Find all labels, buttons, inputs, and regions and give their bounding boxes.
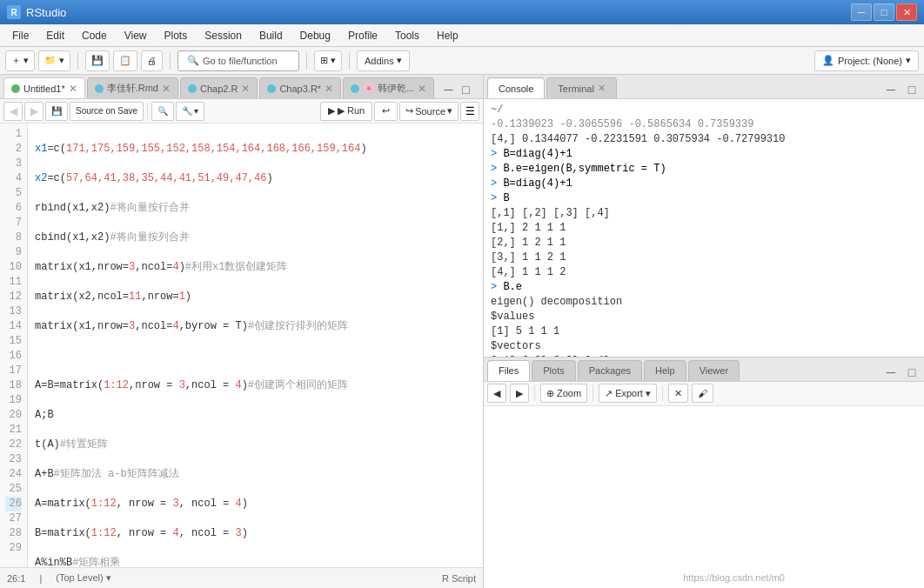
files-maximize-btn[interactable]: □ [903, 364, 921, 381]
console-out-vectors-label: $vectors [491, 339, 917, 354]
menu-item-help[interactable]: Help [428, 27, 467, 44]
nav-forward-btn[interactable]: ▶ [24, 102, 44, 121]
main-toolbar: ＋ ▾ 📁 ▾ 💾 📋 🖨 🔍 Go to file/function ⊞ ▾ … [0, 47, 924, 75]
project-button[interactable]: 👤 Project: (None) ▾ [814, 50, 919, 71]
title-bar-left: R RStudio [7, 5, 66, 19]
tab-lijianrmd[interactable]: 李佳轩.Rmd ✕ [87, 77, 178, 98]
console-out-matrix-r4: [4,] 1 1 1 2 [491, 265, 917, 280]
zoom-label: Zoom [557, 388, 581, 398]
tab-terminal[interactable]: Terminal ✕ [546, 77, 617, 98]
tab-viewer[interactable]: Viewer [688, 360, 740, 381]
tab-cuiyue[interactable]: 🌸 韩伊乾... ✕ [343, 77, 434, 98]
code-line-15: A%in%B#矩阵相乘 [35, 556, 476, 567]
save-all-button[interactable]: 📋 [113, 50, 137, 71]
run-btn[interactable]: ▶ ▶ Run [320, 102, 372, 121]
console-maximize-btn[interactable]: □ [903, 81, 921, 98]
menu-item-session[interactable]: Session [196, 27, 251, 44]
tab-close-cuiyue[interactable]: ✕ [418, 83, 426, 95]
tab-close-chap2r[interactable]: ✕ [241, 83, 250, 95]
prompt-cmd-3: B=diag(4)+1 [503, 177, 572, 190]
code-editor[interactable]: 1 2 3 4 5 6 7 8 9 10 11 12 13 14 15 16 1… [0, 124, 483, 567]
project-icon: 👤 [822, 55, 834, 66]
clear-btn[interactable]: ✕ [668, 384, 688, 403]
maximize-button[interactable]: □ [874, 3, 894, 21]
menu-item-debug[interactable]: Debug [291, 27, 339, 44]
search-btn[interactable]: 🔍 [151, 102, 174, 121]
editor-toolbar: ◀ ▶ 💾 Source on Save 🔍 🔧 ▾ ▶ ▶ Run [0, 99, 483, 124]
rerun-icon: ↩ [382, 105, 390, 117]
console-minimize-btn[interactable]: ─ [882, 81, 900, 98]
files-forward-btn[interactable]: ▶ [510, 384, 529, 403]
tab-close-lijianrmd[interactable]: ✕ [162, 83, 171, 95]
export-btn[interactable]: ↗ Export ▾ [599, 384, 657, 403]
tab-chap3r[interactable]: Chap3.R* ✕ [259, 77, 341, 98]
console-content[interactable]: ~/ -0.1339023 -0.3065596 -0.5865634 0.73… [484, 99, 924, 357]
console-out-eigen: eigen() decomposition [491, 295, 917, 310]
menu-item-view[interactable]: View [116, 27, 156, 44]
open-file-button[interactable]: 📁 ▾ [38, 50, 70, 71]
files-back-btn[interactable]: ◀ [487, 384, 506, 403]
tab-close-chap3r[interactable]: ✕ [325, 83, 333, 95]
tab-untitled1[interactable]: Untitled1* ✕ [3, 77, 85, 98]
search-replace-btn[interactable]: 🔧 ▾ [176, 102, 204, 121]
forward-icon: ▶ [516, 388, 523, 399]
goto-file-button[interactable]: 🔍 Go to file/function [177, 50, 299, 71]
menu-bar: FileEditCodeViewPlotsSessionBuildDebugPr… [0, 24, 924, 47]
line-num-21: 21 [5, 423, 22, 438]
close-button[interactable]: ✕ [896, 3, 917, 21]
tab-help[interactable]: Help [644, 360, 686, 381]
tab-close-untitled1[interactable]: ✕ [69, 83, 77, 95]
menu-item-build[interactable]: Build [251, 27, 291, 44]
brush-btn[interactable]: 🖌 [692, 384, 713, 403]
export-label: Export [615, 388, 643, 398]
menu-item-file[interactable]: File [3, 27, 37, 44]
menu-item-code[interactable]: Code [73, 27, 116, 44]
project-dropdown-icon: ▾ [906, 55, 911, 66]
terminal-close-icon[interactable]: ✕ [598, 83, 606, 94]
menu-item-tools[interactable]: Tools [386, 27, 428, 44]
tab-label-untitled1: Untitled1* [23, 84, 65, 94]
new-dropdown-icon: ▾ [23, 55, 29, 66]
code-line-12: A+B#矩阵加法 a-b矩阵阵减法 [35, 467, 476, 482]
code-content[interactable]: x1=c(171,175,159,155,152,158,154,164,168… [28, 124, 483, 567]
menu-item-plots[interactable]: Plots [156, 27, 197, 44]
line-num-28: 28 [5, 526, 22, 541]
tab-plots[interactable]: Plots [532, 360, 575, 381]
help-tab-label: Help [655, 365, 675, 376]
menu-item-profile[interactable]: Profile [339, 27, 386, 44]
addins-button[interactable]: Addins ▾ [357, 50, 410, 71]
minimize-button[interactable]: ─ [851, 3, 872, 21]
goto-file-icon: 🔍 [187, 55, 199, 66]
editor-save-btn[interactable]: 💾 [45, 102, 68, 121]
grid-dropdown-icon: ▾ [331, 55, 336, 66]
clear-icon: ✕ [674, 388, 682, 399]
files-minimize-btn[interactable]: ─ [882, 364, 900, 381]
toolbar-sep-3 [306, 52, 307, 70]
toolbar-sep-2 [170, 52, 171, 70]
menu-btn[interactable]: ☰ [460, 102, 479, 121]
line-num-29: 29 [5, 541, 22, 556]
zoom-btn[interactable]: ⊕ Zoom [540, 384, 587, 403]
source-btn[interactable]: ↪ Source ▾ [399, 102, 459, 121]
tab-label-chap2r: Chap2.R [200, 84, 238, 94]
grid-view-button[interactable]: ⊞ ▾ [314, 50, 342, 71]
tab-packages[interactable]: Packages [578, 360, 642, 381]
tab-console[interactable]: Console [487, 77, 545, 98]
line-num-8: 8 [5, 231, 22, 245]
save-button[interactable]: 💾 [85, 50, 110, 71]
line-num-14: 14 [5, 319, 22, 334]
nav-back-btn[interactable]: ◀ [3, 102, 23, 121]
source-on-save-btn[interactable]: Source on Save [70, 102, 144, 121]
editor-maximize-btn[interactable]: □ [457, 81, 474, 98]
re-run-btn[interactable]: ↩ [374, 102, 398, 121]
tab-chap2r[interactable]: Chap2.R ✕ [180, 77, 258, 98]
console-out-matrix-r2: [2,] 1 2 1 1 [491, 236, 917, 251]
app-icon: R [7, 5, 21, 19]
new-file-button[interactable]: ＋ ▾ [5, 50, 35, 71]
editor-minimize-btn[interactable]: ─ [439, 81, 457, 98]
menu-item-edit[interactable]: Edit [37, 27, 73, 44]
tab-files[interactable]: Files [487, 360, 530, 381]
console-prompt-4: > B [491, 191, 917, 206]
line-num-11: 11 [5, 275, 22, 290]
print-button[interactable]: 🖨 [141, 50, 163, 71]
